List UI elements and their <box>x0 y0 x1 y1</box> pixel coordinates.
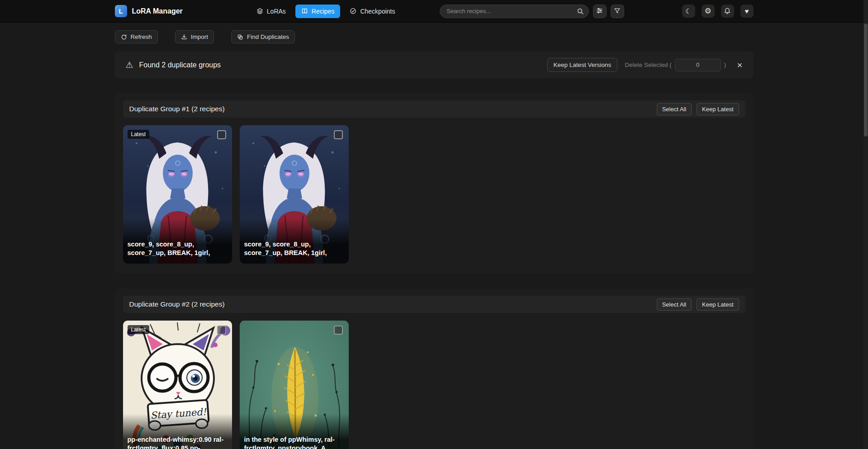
tab-recipes[interactable]: Recipes <box>295 5 341 18</box>
recipe-card[interactable]: in the style of ppWhimsy, ral-frctlgmtry… <box>240 321 349 449</box>
main-nav: LoRAs Recipes Checkpoints <box>251 5 401 18</box>
heart-icon: ♥ <box>745 8 749 14</box>
find-duplicates-button[interactable]: Find Duplicates <box>231 30 295 43</box>
import-icon <box>181 34 187 40</box>
search-icon[interactable] <box>577 8 584 17</box>
card-caption: score_9, score_8_up, score_7_up, BREAK, … <box>123 218 232 264</box>
banner-message: Found 2 duplicate groups <box>139 61 221 69</box>
search-area <box>440 5 624 18</box>
moon-icon: ☾ <box>685 8 691 14</box>
scrollbar-thumb[interactable] <box>864 24 868 137</box>
app-logo: L <box>115 5 127 17</box>
check-circle-icon <box>350 8 356 14</box>
recipe-card[interactable]: score_9, score_8_up, score_7_up, BREAK, … <box>240 125 349 264</box>
toolbar: Refresh Import Find Duplicates <box>115 30 754 43</box>
card-grid: Stay tuned! Latest pp-enchanted-whimsy:0… <box>123 321 745 449</box>
recipe-card[interactable]: Latest score_9, score_8_up, score_7_up, … <box>123 125 232 264</box>
banner-actions: Keep Latest Versions Delete Selected ( )… <box>547 58 743 72</box>
sliders-button[interactable] <box>593 5 607 18</box>
card-checkbox[interactable] <box>334 130 343 139</box>
main-content: Refresh Import Find Duplicates ⚠ Found 2… <box>115 30 754 449</box>
card-caption: in the style of ppWhimsy, ral-frctlgmtry… <box>240 414 349 449</box>
delete-selected-prefix: Delete Selected ( <box>625 61 672 68</box>
filter-button[interactable] <box>611 5 624 18</box>
logo-letter: L <box>119 7 123 15</box>
group-actions: Select All Keep Latest <box>657 103 739 115</box>
latest-badge: Latest <box>128 325 150 334</box>
brand: L LoRA Manager <box>115 5 183 17</box>
refresh-button[interactable]: Refresh <box>115 30 158 43</box>
bell-icon <box>724 7 731 15</box>
recipe-card[interactable]: Stay tuned! Latest pp-enchanted-whimsy:0… <box>123 321 232 449</box>
card-checkbox[interactable] <box>217 130 226 139</box>
card-grid: Latest score_9, score_8_up, score_7_up, … <box>123 125 745 264</box>
delete-selected-group: Delete Selected ( ) <box>625 59 726 71</box>
app-title: LoRA Manager <box>132 7 183 15</box>
quick-actions: ☾ ⚙ ♥ <box>682 5 754 18</box>
keep-latest-button[interactable]: Keep Latest <box>697 298 739 311</box>
keep-latest-button[interactable]: Keep Latest <box>697 103 739 115</box>
sliders-icon <box>596 7 603 15</box>
book-icon <box>301 8 308 14</box>
support-button[interactable]: ♥ <box>740 5 754 18</box>
tab-label: Checkpoints <box>360 8 395 15</box>
search-input[interactable] <box>440 5 589 18</box>
duplicate-group-2: Duplicate Group #2 (2 recipes) Select Al… <box>115 288 754 449</box>
duplicates-banner: ⚠ Found 2 duplicate groups Keep Latest V… <box>115 52 754 78</box>
select-all-button[interactable]: Select All <box>657 298 692 311</box>
card-checkbox[interactable] <box>334 326 343 335</box>
layers-icon <box>256 8 263 14</box>
import-button[interactable]: Import <box>175 30 214 43</box>
tab-label: Recipes <box>312 8 335 15</box>
find-duplicates-label: Find Duplicates <box>247 33 289 40</box>
group-header: Duplicate Group #1 (2 recipes) Select Al… <box>123 100 745 118</box>
card-caption: score_9, score_8_up, score_7_up, BREAK, … <box>240 218 349 264</box>
card-checkbox[interactable] <box>217 326 226 335</box>
tab-checkpoints[interactable]: Checkpoints <box>344 5 401 18</box>
refresh-icon <box>121 34 127 40</box>
funnel-icon <box>614 7 621 15</box>
tab-label: LoRAs <box>267 8 286 15</box>
select-all-button[interactable]: Select All <box>657 103 692 115</box>
import-label: Import <box>191 33 208 40</box>
delete-count-input[interactable] <box>675 59 721 71</box>
scrollbar[interactable] <box>863 0 868 449</box>
card-caption: pp-enchanted-whimsy:0.90 ral-frctlgmtry_… <box>123 414 232 449</box>
duplicate-group-1: Duplicate Group #1 (2 recipes) Select Al… <box>115 93 754 274</box>
close-banner-button[interactable]: × <box>737 60 742 70</box>
warning-icon: ⚠ <box>126 60 133 70</box>
group-title: Duplicate Group #2 (2 recipes) <box>129 300 225 308</box>
group-actions: Select All Keep Latest <box>657 298 739 311</box>
tab-loras[interactable]: LoRAs <box>251 5 292 18</box>
group-title: Duplicate Group #1 (2 recipes) <box>129 105 225 113</box>
copy-icon <box>237 34 243 40</box>
refresh-label: Refresh <box>131 33 152 40</box>
group-header: Duplicate Group #2 (2 recipes) Select Al… <box>123 296 745 313</box>
latest-badge: Latest <box>128 130 150 139</box>
gear-icon: ⚙ <box>704 7 711 15</box>
delete-selected-suffix: ) <box>724 61 726 68</box>
top-navbar: L LoRA Manager LoRAs Recipes C <box>0 0 868 23</box>
theme-toggle-button[interactable]: ☾ <box>682 5 695 18</box>
notifications-button[interactable] <box>721 5 734 18</box>
settings-button[interactable]: ⚙ <box>702 5 715 18</box>
close-icon: × <box>737 60 742 70</box>
keep-latest-versions-button[interactable]: Keep Latest Versions <box>547 58 618 72</box>
